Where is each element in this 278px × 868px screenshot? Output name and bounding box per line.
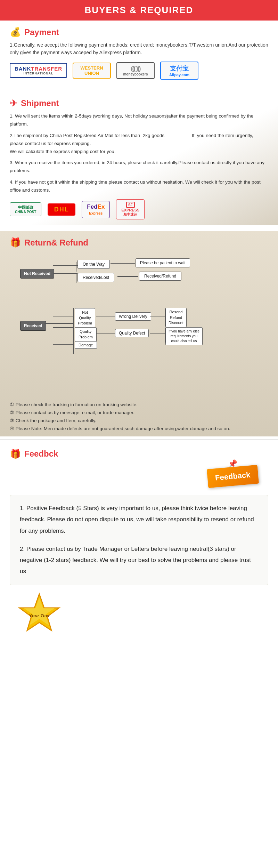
payment-heading: 💰 Payment	[10, 27, 268, 38]
shipment-title: Shipment	[21, 98, 59, 108]
node-received-refund: Received/Refund	[139, 272, 181, 281]
arrow-to-wait	[111, 263, 135, 264]
arrow-nqp	[53, 316, 74, 316]
node-quality-defect: Quality Defect	[115, 329, 149, 337]
sf-express-logo: SF EXPRESS 顺丰速运	[116, 199, 145, 219]
western-union-logo: WESTERN UNION	[73, 63, 111, 79]
header-title: BUYERS & REQUIRED	[85, 5, 194, 15]
alipay-logo: 支付宝 Alipay.com	[160, 62, 198, 80]
node-not-quality: NotQualityProblem	[75, 308, 95, 328]
node-on-the-way: On the Way	[77, 260, 110, 269]
vline-top	[76, 262, 76, 272]
node-not-received: Not Received	[20, 269, 54, 279]
shipment-para-1: 1. We will sent the items within 2-5days…	[10, 112, 268, 128]
feedback-para-2: 2. Please contact us by Trade Manager or…	[20, 544, 258, 577]
arrow-to-on-way	[53, 265, 77, 266]
node-please-wait: Please be patient to wait	[136, 258, 190, 267]
note-2: ② Please contact us by meesage, e-mail, …	[10, 409, 268, 417]
payment-title: Payment	[24, 27, 59, 37]
moneybookers-logo: ((( ))) moneybookers	[116, 62, 155, 79]
arrow-dmg	[53, 344, 74, 345]
note-3: ③ Check the package and Item, carefully.	[10, 417, 268, 425]
return-icon: 🎁	[10, 237, 21, 248]
arrow-qd	[96, 333, 115, 333]
arrow-to-received-lost	[53, 273, 77, 274]
gold-badge: Your Text	[17, 592, 62, 639]
badge-text: Your Text	[29, 613, 50, 618]
return-heading: 🎁 Return& Refund	[10, 237, 268, 248]
gold-badge-area: Your Text	[17, 592, 268, 639]
shipment-paragraphs: 1. We will sent the items within 2-5days…	[10, 112, 268, 194]
return-notes: ① Please check the tracking in formation…	[10, 401, 268, 433]
arrow-to-refund	[117, 276, 138, 277]
divider-1	[0, 89, 278, 89]
shipment-heading: ✈ Shipment	[10, 98, 268, 109]
vline-right	[165, 308, 165, 343]
fedex-logo: FedEx Express	[82, 201, 110, 218]
dhl-logo: DHL	[48, 203, 75, 216]
note-4: ④ Please Note: Men made defects are not …	[10, 425, 268, 433]
node-received-lost: Received/Lost	[77, 273, 114, 282]
divider-3	[0, 439, 278, 440]
payment-logos: BANKTRANSFER INTERNATIONAL WESTERN UNION…	[10, 62, 268, 80]
feedback-heading: 🎁 Feedbck	[10, 449, 268, 459]
node-wrong-delivery: Wrong Delivery	[115, 312, 151, 321]
vline-mid	[76, 273, 76, 283]
feedback-text-area: 1. Positive Feedback (5 Stars) is very i…	[10, 495, 268, 585]
payment-icon: 💰	[10, 27, 21, 38]
feedback-card-area: 📌 Feedback	[10, 463, 258, 491]
shipment-icon: ✈	[10, 98, 17, 109]
flowchart: Not Received On the Way Please be patien…	[17, 251, 261, 397]
note-1: ① Please check the tracking in formation…	[10, 401, 268, 409]
node-quality-problem: QualityProblem	[75, 327, 97, 341]
bank-transfer-logo: BANKTRANSFER INTERNATIONAL	[10, 63, 67, 78]
node-damage: Damage	[75, 341, 97, 349]
page-header: BUYERS & REQUIRED	[0, 0, 278, 21]
shipment-para-3: 3. When you receive the items you ordere…	[10, 159, 268, 175]
payment-text: 1.Generally, we accept the following pay…	[10, 41, 268, 57]
feedback-label: Feedback	[206, 465, 259, 488]
arrow-qp	[53, 327, 74, 328]
return-refund-section: 🎁 Return& Refund Not Received On the Way…	[0, 231, 278, 436]
shipping-logos: 中国邮政 CHINA POST DHL FedEx Express SF EXP…	[10, 199, 268, 219]
feedback-card: 📌 Feedback	[207, 463, 258, 491]
vline-received-main	[73, 308, 74, 353]
arrow-wd	[96, 316, 115, 316]
return-title: Return& Refund	[24, 238, 88, 248]
shipment-section: ✈ Shipment 1. We will sent the items wit…	[0, 92, 278, 225]
divider-2	[0, 228, 278, 228]
feedback-icon: 🎁	[10, 449, 21, 459]
shipment-para-2: 2.The shipment by China Post Registered …	[10, 132, 268, 156]
feedback-title: Feedbck	[24, 449, 58, 459]
node-received: Received	[20, 321, 46, 331]
china-post-logo: 中国邮政 CHINA POST	[10, 202, 41, 216]
node-resend: ResendRefundDiscount	[165, 308, 187, 327]
feedback-section: 🎁 Feedbck 📌 Feedback 1. Positive Feedbac…	[0, 442, 278, 646]
hline-received	[44, 323, 73, 324]
hline-qd-ifelse2	[150, 333, 165, 333]
arrow-resend	[150, 316, 165, 316]
node-if-else: If you have any elserequirements youcoul…	[165, 327, 203, 345]
shipment-para-4: 4. If you have not got it within the shi…	[10, 178, 268, 194]
payment-section: 💰 Payment 1.Generally, we accept the fol…	[0, 21, 278, 86]
feedback-para-1: 1. Positive Feedback (5 Stars) is very i…	[20, 503, 258, 537]
